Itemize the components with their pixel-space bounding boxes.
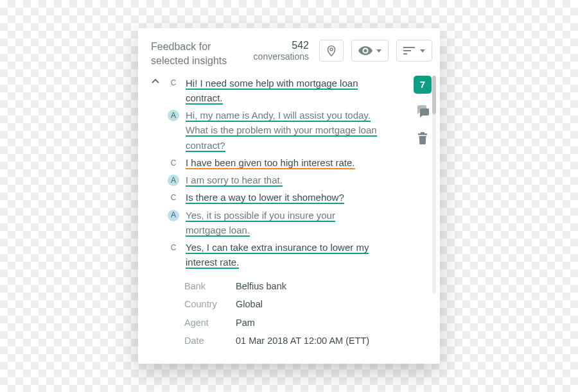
chevron-down-icon <box>420 49 425 53</box>
chat-button[interactable] <box>416 105 430 121</box>
message-row: AYes, it is possible if you insure yourm… <box>168 208 407 238</box>
scrollbar[interactable] <box>432 76 436 294</box>
insight-count-badge[interactable]: 7 <box>414 76 432 94</box>
agent-avatar: A <box>168 210 179 221</box>
svg-rect-5 <box>418 133 427 135</box>
message-row: AI am sorry to hear that. <box>168 173 407 187</box>
chevron-down-icon <box>376 49 381 53</box>
visibility-dropdown[interactable] <box>351 40 389 62</box>
meta-row: CountryGlobal <box>184 297 407 311</box>
meta-row: BankBelfius bank <box>184 279 407 293</box>
customer-avatar: C <box>168 192 179 203</box>
meta-label: Bank <box>184 279 231 293</box>
message-row: CYes, I can take extra insurance to lowe… <box>168 240 407 270</box>
message-row: CHi! I need some help with mortgage loan… <box>168 76 407 106</box>
sort-icon <box>403 46 416 55</box>
meta-value: 01 Mar 2018 AT 12:00 AM (ETT) <box>236 334 369 348</box>
customer-avatar: C <box>168 78 179 89</box>
agent-avatar: A <box>168 110 179 121</box>
conversation-count-number: 542 <box>254 40 309 51</box>
message-text[interactable]: Yes, it is possible if you insure yourmo… <box>186 208 335 238</box>
svg-rect-4 <box>403 53 407 55</box>
message-text[interactable]: Is there a way to lower it shomehow? <box>186 190 344 205</box>
meta-value: Pam <box>236 316 255 330</box>
conversation-count-label: conversations <box>254 51 309 62</box>
meta-label: Agent <box>184 316 231 330</box>
message-row: CI have been given too high interest rat… <box>168 155 407 170</box>
chat-icon <box>416 105 430 118</box>
message-row: CIs there a way to lower it shomehow? <box>168 190 407 205</box>
eye-icon <box>358 46 372 55</box>
message-row: AHi, my name is Andy, I will assist you … <box>168 108 407 153</box>
svg-rect-3 <box>403 50 411 51</box>
collapse-toggle[interactable] <box>151 77 160 86</box>
panel-title: Feedback for selected insights <box>151 40 246 67</box>
sort-dropdown[interactable] <box>396 40 432 62</box>
meta-row: Date01 Mar 2018 AT 12:00 AM (ETT) <box>184 334 407 348</box>
meta-row: AgentPam <box>184 316 407 330</box>
delete-button[interactable] <box>417 132 428 148</box>
feedback-panel: Feedback for selected insights 542 conve… <box>138 28 440 363</box>
panel-header: Feedback for selected insights 542 conve… <box>151 40 432 67</box>
conversation-thread: CHi! I need some help with mortgage loan… <box>168 76 407 352</box>
message-text[interactable]: I am sorry to hear that. <box>186 173 283 187</box>
agent-avatar: A <box>168 175 179 186</box>
location-pin-icon <box>327 45 336 56</box>
svg-rect-2 <box>403 47 415 48</box>
location-button[interactable] <box>319 40 344 62</box>
message-text[interactable]: I have been given too high interest rate… <box>186 155 355 170</box>
meta-label: Country <box>184 297 231 311</box>
svg-point-0 <box>330 48 333 51</box>
meta-label: Date <box>184 334 231 348</box>
message-text[interactable]: Hi, my name is Andy, I will assist you t… <box>186 108 377 153</box>
customer-avatar: C <box>168 157 179 169</box>
message-text[interactable]: Hi! I need some help with mortgage loanc… <box>186 76 358 106</box>
meta-value: Global <box>236 297 263 311</box>
customer-avatar: C <box>168 242 179 253</box>
meta-value: Belfius bank <box>236 279 286 293</box>
svg-rect-6 <box>421 132 425 133</box>
trash-icon <box>417 132 428 145</box>
message-text[interactable]: Yes, I can take extra insurance to lower… <box>186 240 369 270</box>
conversation-meta: BankBelfius bankCountryGlobalAgentPamDat… <box>184 279 407 348</box>
svg-point-1 <box>363 49 367 53</box>
scrollbar-thumb[interactable] <box>432 76 436 114</box>
conversation-count: 542 conversations <box>254 40 309 62</box>
